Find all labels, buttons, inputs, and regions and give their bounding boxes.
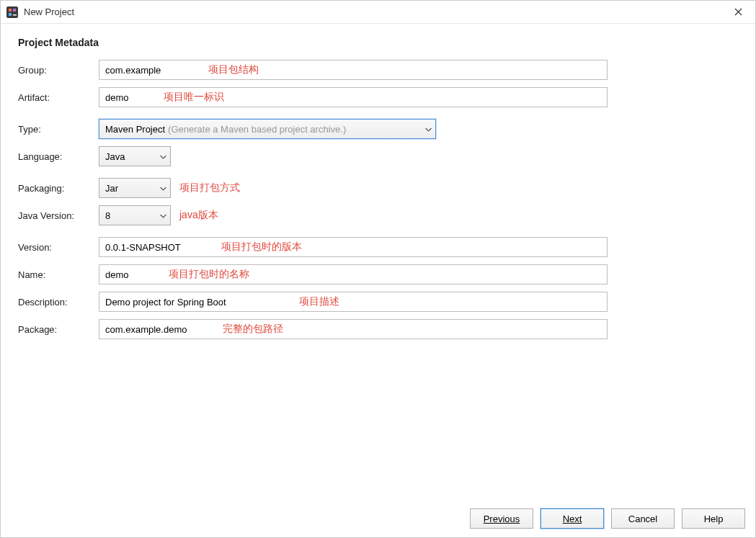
row-type: Type: Maven Project (Generate a Maven ba… [18,119,738,139]
packaging-select[interactable]: Jar [99,178,171,198]
java-version-select[interactable]: 8 [99,205,171,225]
annotation-java-version: java版本 [179,209,218,222]
dialog-content: Project Metadata Group: 项目包结构 Artifact: … [1,24,755,359]
row-artifact: Artifact: 项目唯一标识 [18,87,738,107]
packaging-select-value: Jar [105,183,118,194]
java-version-select-value: 8 [105,210,110,221]
artifact-input[interactable] [99,87,608,107]
language-select-value: Java [105,151,125,162]
next-button[interactable]: Next [541,508,604,529]
cancel-button[interactable]: Cancel [611,508,675,529]
help-button[interactable]: Help [682,508,745,529]
previous-button[interactable]: Previous [470,508,533,529]
window-title: New Project [24,6,726,17]
row-description: Description: 项目描述 [18,292,738,312]
button-bar: Previous Next Cancel Help [470,508,745,529]
label-package: Package: [18,324,99,335]
label-packaging: Packaging: [18,183,99,194]
label-artifact: Artifact: [18,92,99,103]
row-java-version: Java Version: 8 java版本 [18,205,738,225]
close-button[interactable] [726,1,750,24]
description-input[interactable] [99,292,608,312]
close-icon [734,8,742,16]
svg-rect-0 [6,6,18,18]
row-packaging: Packaging: Jar 项目打包方式 [18,178,738,198]
label-language: Language: [18,151,99,162]
language-select[interactable]: Java [99,146,171,166]
label-java-version: Java Version: [18,210,99,221]
annotation-packaging: 项目打包方式 [179,181,240,194]
row-group: Group: 项目包结构 [18,60,738,80]
svg-rect-3 [9,13,12,16]
label-description: Description: [18,297,99,308]
type-select-desc: (Generate a Maven based project archive.… [168,124,346,135]
row-language: Language: Java [18,146,738,166]
group-input[interactable] [99,60,608,80]
row-name: Name: 项目打包时的名称 [18,264,738,284]
label-type: Type: [18,124,99,135]
row-version: Version: 项目打包时的版本 [18,237,738,257]
package-input[interactable] [99,319,608,339]
app-icon [6,6,18,18]
row-package: Package: 完整的包路径 [18,319,738,339]
label-name: Name: [18,269,99,280]
svg-rect-4 [13,14,17,16]
label-group: Group: [18,65,99,76]
section-header: Project Metadata [18,37,738,48]
name-input[interactable] [99,264,608,284]
svg-rect-2 [13,9,16,12]
label-version: Version: [18,242,99,253]
svg-rect-1 [9,9,12,12]
type-select-value: Maven Project [105,124,165,135]
type-select[interactable]: Maven Project (Generate a Maven based pr… [99,119,436,139]
version-input[interactable] [99,237,608,257]
title-bar: New Project [1,1,755,24]
